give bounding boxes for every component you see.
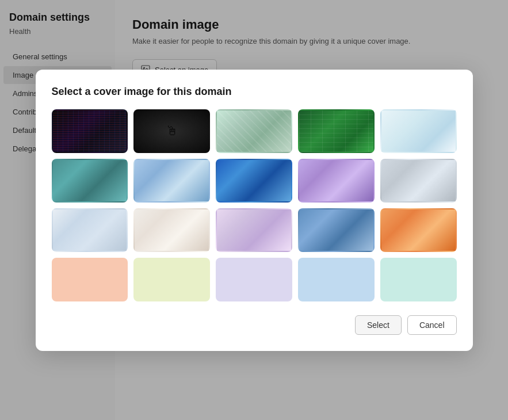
image-option-tech-chips[interactable] — [216, 109, 292, 153]
page-background: Domain settings Health General settings … — [0, 0, 508, 420]
image-option-desk-plant[interactable] — [133, 208, 210, 252]
swatch-sky[interactable] — [298, 258, 375, 301]
swatch-peach[interactable] — [52, 258, 128, 301]
modal-footer: Select Cancel — [52, 315, 457, 335]
image-option-stack-papers[interactable] — [52, 208, 128, 252]
swatch-mint[interactable] — [380, 258, 457, 301]
cancel-button[interactable]: Cancel — [407, 315, 457, 335]
image-option-dark-code[interactable] — [52, 109, 128, 153]
swatch-lime[interactable] — [133, 258, 210, 301]
select-button[interactable]: Select — [355, 315, 402, 335]
image-option-dark-mouse[interactable] — [133, 109, 210, 153]
image-option-teal-blocks[interactable] — [52, 159, 128, 203]
image-option-laptop-purple[interactable] — [216, 208, 292, 252]
image-option-orange-abstract[interactable] — [380, 208, 457, 252]
image-option-green-spreadsheet[interactable] — [298, 109, 375, 153]
image-option-notebook[interactable] — [380, 109, 457, 153]
modal-title: Select a cover image for this domain — [52, 86, 457, 98]
image-option-3d-room[interactable] — [380, 159, 457, 203]
modal-overlay: Select a cover image for this domain — [0, 0, 508, 420]
image-option-landscape-blue[interactable] — [298, 208, 375, 252]
image-option-tablet-ui[interactable] — [216, 159, 292, 203]
image-option-purple-papers[interactable] — [298, 159, 375, 203]
image-grid — [52, 109, 457, 301]
swatch-lavender[interactable] — [216, 258, 292, 301]
image-picker-modal: Select a cover image for this domain — [36, 70, 473, 351]
image-option-glass-cubes[interactable] — [133, 159, 210, 203]
